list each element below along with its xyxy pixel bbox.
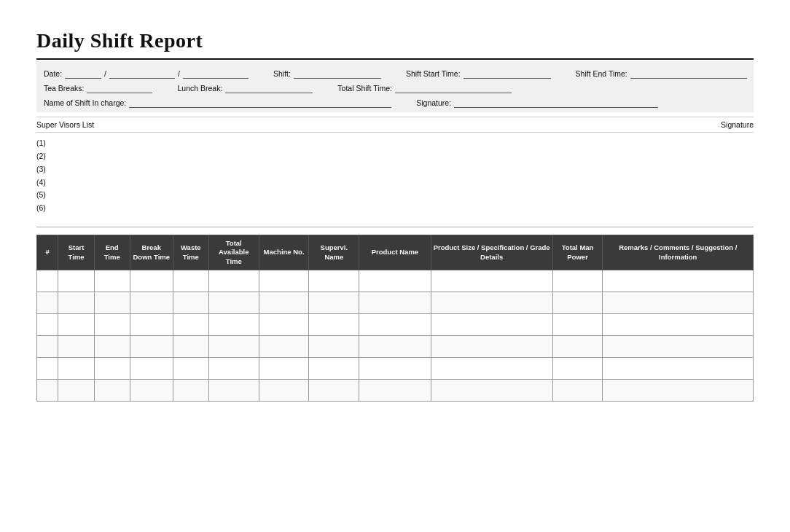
lunch-break-line[interactable] [225, 83, 313, 93]
table-cell[interactable] [58, 336, 94, 358]
th-total-man-power: Total Man Power [552, 235, 603, 270]
table-section: # Start Time End Time Break Down Time Wa… [36, 235, 754, 402]
table-cell[interactable] [208, 270, 259, 292]
table-cell[interactable] [309, 380, 359, 402]
table-cell[interactable] [431, 292, 552, 314]
table-cell[interactable] [309, 314, 359, 336]
table-cell[interactable] [58, 270, 94, 292]
table-cell[interactable] [431, 358, 552, 380]
table-cell[interactable] [603, 314, 754, 336]
table-cell[interactable] [94, 314, 130, 336]
table-cell[interactable] [431, 380, 552, 402]
total-shift-line[interactable] [395, 83, 512, 93]
shift-end-line[interactable] [630, 69, 747, 79]
table-cell[interactable] [552, 358, 603, 380]
tea-breaks-line[interactable] [87, 83, 152, 93]
table-cell[interactable] [37, 292, 58, 314]
signature-line[interactable] [454, 98, 658, 108]
date-year-line[interactable] [183, 69, 249, 79]
table-cell[interactable] [94, 270, 130, 292]
table-row [37, 380, 754, 402]
table-cell[interactable] [603, 336, 754, 358]
table-cell[interactable] [552, 314, 603, 336]
table-cell[interactable] [359, 314, 431, 336]
table-cell[interactable] [58, 314, 94, 336]
table-cell[interactable] [309, 270, 359, 292]
table-cell[interactable] [603, 380, 754, 402]
table-cell[interactable] [37, 270, 58, 292]
th-break-down-time: Break Down Time [130, 235, 173, 270]
th-supervi-name: Supervi. Name [309, 235, 359, 270]
table-cell[interactable] [552, 292, 603, 314]
table-cell[interactable] [431, 270, 552, 292]
shift-end-group: Shift End Time: [576, 69, 750, 79]
shift-group: Shift: [273, 69, 384, 79]
table-cell[interactable] [173, 270, 208, 292]
table-cell[interactable] [208, 314, 259, 336]
table-cell[interactable] [208, 336, 259, 358]
table-cell[interactable] [58, 292, 94, 314]
table-cell[interactable] [359, 380, 431, 402]
table-cell[interactable] [130, 358, 173, 380]
th-product-name: Product Name [359, 235, 431, 270]
table-cell[interactable] [603, 358, 754, 380]
supervisors-signature-label: Signature [721, 120, 754, 129]
table-cell[interactable] [37, 358, 58, 380]
date-month-line[interactable] [109, 69, 175, 79]
table-cell[interactable] [173, 380, 208, 402]
table-cell[interactable] [94, 358, 130, 380]
table-cell[interactable] [130, 380, 173, 402]
table-cell[interactable] [130, 270, 173, 292]
table-cell[interactable] [359, 336, 431, 358]
table-cell[interactable] [94, 380, 130, 402]
table-cell[interactable] [208, 292, 259, 314]
shift-line[interactable] [294, 69, 381, 79]
table-row [37, 292, 754, 314]
table-cell[interactable] [94, 292, 130, 314]
table-cell[interactable] [259, 336, 309, 358]
total-shift-label: Total Shift Time: [337, 84, 392, 93]
table-row [37, 314, 754, 336]
table-cell[interactable] [259, 292, 309, 314]
page-title: Daily Shift Report [36, 29, 754, 52]
date-day-line[interactable] [65, 69, 101, 79]
table-cell[interactable] [130, 314, 173, 336]
shift-start-line[interactable] [464, 69, 551, 79]
table-cell[interactable] [359, 292, 431, 314]
table-cell[interactable] [130, 292, 173, 314]
table-cell[interactable] [208, 358, 259, 380]
table-cell[interactable] [309, 336, 359, 358]
table-cell[interactable] [208, 380, 259, 402]
table-cell[interactable] [552, 336, 603, 358]
table-cell[interactable] [94, 336, 130, 358]
table-cell[interactable] [309, 358, 359, 380]
table-cell[interactable] [173, 336, 208, 358]
table-cell[interactable] [431, 336, 552, 358]
table-cell[interactable] [359, 270, 431, 292]
table-cell[interactable] [173, 358, 208, 380]
table-cell[interactable] [173, 314, 208, 336]
table-cell[interactable] [259, 358, 309, 380]
signature-label: Signature: [416, 98, 451, 107]
table-cell[interactable] [359, 358, 431, 380]
table-cell[interactable] [431, 314, 552, 336]
table-cell[interactable] [552, 270, 603, 292]
table-cell[interactable] [58, 358, 94, 380]
table-cell[interactable] [58, 380, 94, 402]
name-of-shift-group: Name of Shift In charge: [44, 98, 394, 108]
table-cell[interactable] [37, 336, 58, 358]
table-cell[interactable] [259, 380, 309, 402]
table-cell[interactable] [259, 270, 309, 292]
table-cell[interactable] [552, 380, 603, 402]
list-item: (5) [36, 189, 754, 202]
table-cell[interactable] [37, 380, 58, 402]
table-cell[interactable] [603, 270, 754, 292]
table-cell[interactable] [37, 314, 58, 336]
table-cell[interactable] [309, 292, 359, 314]
table-cell[interactable] [259, 314, 309, 336]
table-cell[interactable] [173, 292, 208, 314]
total-shift-group: Total Shift Time: [337, 83, 515, 93]
table-cell[interactable] [130, 336, 173, 358]
table-cell[interactable] [603, 292, 754, 314]
name-of-shift-line[interactable] [129, 98, 391, 108]
